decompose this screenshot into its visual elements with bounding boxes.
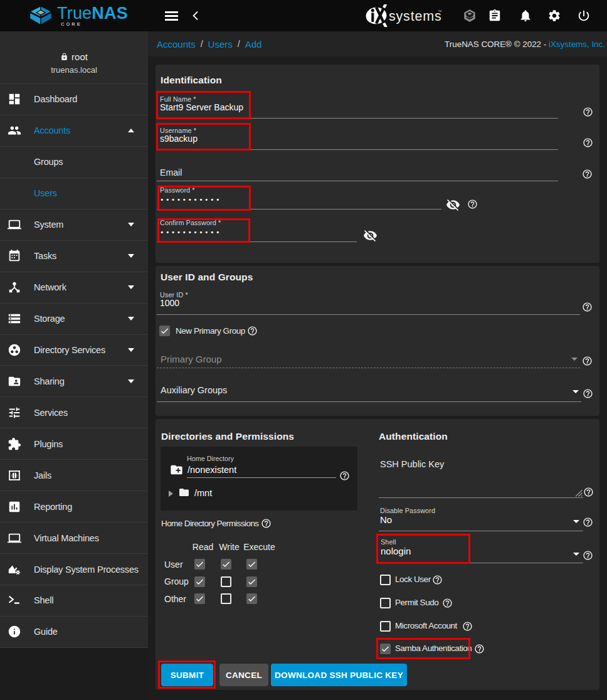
download-ssh-key-button[interactable]: DOWNLOAD SSH PUBLIC KEY [271, 664, 407, 686]
ixsystems-logo: systems ™ [366, 4, 442, 27]
tree-expand-arrow-icon[interactable] [169, 491, 173, 497]
shell-select[interactable]: nologin [381, 546, 411, 556]
submit-button[interactable]: SUBMIT [161, 664, 213, 686]
primary-group-help-icon[interactable] [582, 356, 593, 366]
permissions-column-write: Write [219, 542, 239, 552]
user-read-checkbox[interactable] [194, 559, 205, 570]
breadcrumb-add[interactable]: Add [245, 39, 262, 50]
tasks-clipboard-icon[interactable] [488, 9, 502, 23]
sidebar-item-shell[interactable]: Shell [0, 585, 148, 617]
auxiliary-groups-help-icon[interactable] [583, 388, 593, 399]
breadcrumb-users[interactable]: Users [208, 39, 233, 50]
menu-hamburger-icon[interactable] [165, 11, 178, 21]
samba-authentication-help-icon[interactable] [474, 644, 485, 654]
sidebar-item-system[interactable]: System [0, 209, 148, 241]
permissions-column-read: Read [193, 542, 213, 552]
sidebar-item-virtual-machines[interactable]: Virtual Machines [0, 522, 148, 554]
shell-icon [8, 593, 21, 607]
ixsystems-link[interactable]: iXsystems, Inc. [549, 40, 605, 49]
disable-password-label: Disable Password [380, 507, 435, 514]
user-id-input[interactable]: 1000 [160, 298, 179, 308]
sidebar-item-jails[interactable]: Jails [0, 460, 148, 491]
new-primary-group-checkbox[interactable] [159, 326, 170, 336]
sidebar-item-display-system-processes[interactable]: Display System Processes [0, 554, 148, 585]
directories-authentication-card: Directories and Permissions Authenticati… [156, 419, 599, 690]
disable-password-help-icon[interactable] [583, 517, 593, 528]
new-primary-group-help-icon[interactable] [247, 326, 258, 336]
full-name-input[interactable]: Start9 Server Backup [160, 102, 243, 112]
password-input[interactable]: ••••••••••• [160, 196, 221, 204]
username-input[interactable]: s9backup [160, 134, 198, 144]
sidebar-item-dashboard[interactable]: Dashboard [0, 84, 148, 115]
hostname-label: truenas.local [0, 65, 148, 75]
breadcrumb-separator: / [201, 39, 203, 49]
group-write-checkbox[interactable] [221, 576, 231, 587]
shell-dropdown-arrow-icon[interactable] [573, 553, 579, 556]
people-icon [8, 124, 21, 137]
password-visibility-toggle-icon[interactable] [446, 198, 460, 212]
lock-user-checkbox[interactable] [380, 575, 391, 585]
other-execute-checkbox[interactable] [246, 593, 257, 604]
auxiliary-groups-dropdown-arrow-icon[interactable] [573, 390, 579, 393]
confirm-password-input[interactable]: ••••••••••• [160, 228, 221, 236]
email-label: Email [160, 167, 182, 178]
ssh-public-key-help-icon[interactable] [583, 487, 594, 497]
sidebar-item-storage[interactable]: Storage [0, 304, 148, 335]
other-read-checkbox[interactable] [194, 593, 205, 604]
user-id-help-icon[interactable] [582, 302, 593, 312]
confirm-password-visibility-toggle-icon[interactable] [363, 228, 377, 243]
samba-authentication-checkbox[interactable] [380, 644, 391, 654]
power-icon[interactable] [577, 9, 591, 23]
breadcrumb: Accounts / Users / Add [157, 31, 261, 56]
sidebar-item-reporting[interactable]: Reporting [0, 491, 148, 522]
truenas-logo-icon [29, 6, 53, 26]
ssh-public-key-underline[interactable] [379, 497, 583, 498]
group-read-checkbox[interactable] [194, 576, 205, 587]
permissions-row-other: Other [164, 594, 186, 604]
sidebar-item-users[interactable]: Users [0, 178, 148, 209]
back-chevron-icon[interactable] [190, 9, 203, 22]
user-write-checkbox[interactable] [221, 559, 231, 570]
tree-node-mnt[interactable]: /mnt [194, 488, 212, 498]
password-help-icon[interactable] [467, 199, 478, 209]
home-directory-input[interactable]: /nonexistent [187, 465, 236, 475]
sidebar-item-tasks[interactable]: Tasks [0, 241, 148, 272]
settings-gear-icon[interactable] [547, 9, 561, 23]
cancel-button[interactable]: CANCEL [219, 664, 268, 686]
sidebar-item-label: Reporting [34, 502, 72, 512]
sidebar-item-accounts[interactable]: Accounts [0, 115, 148, 147]
full-name-help-icon[interactable] [583, 107, 593, 117]
new-folder-icon[interactable] [168, 463, 185, 477]
sidebar-item-label: Sharing [34, 376, 65, 386]
permit-sudo-checkbox[interactable] [380, 598, 391, 608]
textarea-resize-handle-icon[interactable] [574, 489, 583, 497]
group-execute-checkbox[interactable] [246, 576, 257, 587]
permit-sudo-help-icon[interactable] [442, 598, 453, 608]
notifications-bell-icon[interactable] [519, 9, 532, 23]
other-write-checkbox[interactable] [221, 593, 231, 604]
sidebar-item-sharing[interactable]: Sharing [0, 366, 148, 397]
sidebar-item-network[interactable]: Network [0, 272, 148, 304]
sidebar-item-groups[interactable]: Groups [0, 147, 148, 178]
sidebar-item-guide[interactable]: Guide [0, 617, 148, 648]
microsoft-account-checkbox[interactable] [380, 621, 391, 632]
disable-password-dropdown-arrow-icon[interactable] [573, 520, 579, 523]
user-execute-checkbox[interactable] [246, 559, 257, 570]
home-directory-permissions-help-icon[interactable] [261, 518, 272, 529]
breadcrumb-accounts[interactable]: Accounts [157, 39, 196, 50]
auxiliary-groups-select[interactable]: Auxiliary Groups [161, 385, 227, 395]
shell-help-icon[interactable] [583, 550, 593, 561]
lock-user-help-icon[interactable] [432, 575, 443, 585]
sidebar-item-plugins[interactable]: Plugins [0, 428, 148, 460]
email-underline[interactable] [157, 181, 558, 181]
sidebar-item-services[interactable]: Services [0, 397, 148, 428]
microsoft-account-help-icon[interactable] [462, 621, 473, 632]
home-directory-help-icon[interactable] [339, 470, 350, 481]
sidebar-item-directory-services[interactable]: Directory Services [0, 335, 148, 366]
email-help-icon[interactable] [582, 169, 593, 179]
home-directory-permissions-label: Home Directory Permissions [161, 519, 258, 528]
password-underline [157, 209, 441, 209]
truecommand-icon[interactable] [463, 9, 477, 23]
username-help-icon[interactable] [583, 137, 593, 148]
disable-password-select[interactable]: No [380, 514, 392, 525]
